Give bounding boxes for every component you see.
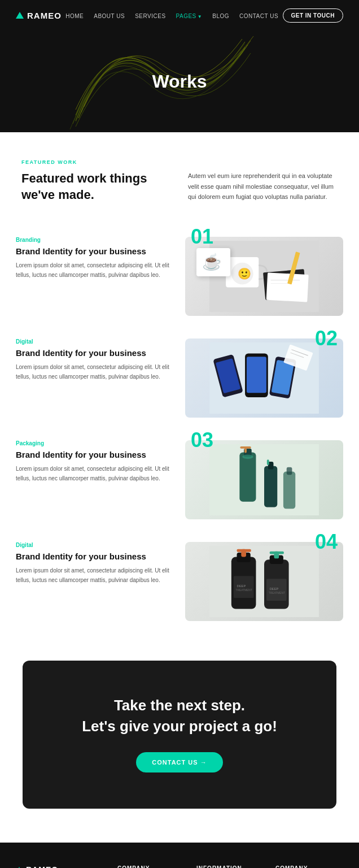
nav-links: HOME ABOUT US SERVICES PAGES▼ BLOG CONTA… (65, 10, 278, 20)
nav-item-contact[interactable]: CONTACT US (239, 10, 278, 20)
svg-rect-29 (287, 467, 292, 475)
svg-rect-34 (237, 549, 251, 552)
svg-rect-28 (283, 472, 295, 509)
featured-label: FEATURED WORK (21, 159, 171, 165)
nav-item-home[interactable]: HOME (65, 10, 84, 20)
work-item-4: 04 (0, 531, 359, 632)
work-category-3: Packaging (16, 440, 174, 446)
svg-text:DEEP: DEEP (270, 587, 279, 591)
footer-col-company-title: COMPANY (117, 865, 185, 868)
svg-rect-13 (247, 357, 266, 393)
footer-brand: RAMEO Lorem ipsum dolor sit amet, consec… (16, 865, 106, 868)
work-image-1: 01 🙂 (185, 237, 343, 316)
work-desc-2: Lorem ipsum dolor sit amet, consectetur … (16, 362, 174, 381)
work-category-1: Branding (16, 237, 174, 243)
svg-text:TREATMENT: TREATMENT (269, 592, 285, 594)
featured-left: FEATURED WORK Featured work things we've… (21, 159, 171, 203)
svg-rect-20 (239, 453, 256, 502)
work-number-1: 01 (191, 227, 213, 247)
work-text-wrap-4: Digital Brand Identity for your business… (16, 542, 174, 585)
footer-col-company: COMPANY About Us Services Works Informat… (117, 865, 185, 868)
nav-item-services[interactable]: SERVICES (135, 10, 165, 20)
work-number-4: 04 (315, 532, 338, 552)
work-text-3: Packaging Brand Identity for your busine… (16, 440, 174, 483)
nav-item-blog[interactable]: BLOG (212, 10, 229, 20)
featured-section: FEATURED WORK Featured work things we've… (0, 132, 359, 220)
work-text-2: 02 (185, 338, 343, 418)
work-desc-1: Lorem ipsum dolor sit amet, consectetur … (16, 261, 174, 280)
featured-heading: Featured work things we've made. (21, 171, 171, 203)
logo-icon (16, 12, 24, 19)
contact-us-button[interactable]: CONTACT US → (136, 752, 222, 772)
svg-rect-38 (270, 552, 284, 554)
works-container: Branding Brand Identity for your busines… (0, 220, 359, 638)
work-text-4: 04 (185, 542, 343, 621)
cta-section: Take the next step. Let's give your proj… (23, 661, 336, 809)
work-img-2 (185, 338, 343, 418)
chevron-down-icon: ▼ (198, 14, 202, 19)
svg-text:🙂: 🙂 (238, 267, 252, 280)
work-text-wrap-2: Digital Brand Identity for your business… (16, 338, 174, 381)
logo[interactable]: RAMEO (16, 11, 62, 20)
footer-col-contact-title: COMPANY (275, 865, 343, 868)
footer-col-information-title: INFORMATION (196, 865, 264, 868)
svg-rect-25 (264, 466, 277, 507)
footer-col-information: INFORMATION Blog Contact Us Career Testi… (196, 865, 264, 868)
work-img-3 (185, 440, 343, 519)
work-category-2: Digital (16, 338, 174, 345)
work-title-4: Brand Identity for your business (16, 552, 174, 561)
work-title-2: Brand Identity for your business (16, 348, 174, 358)
footer-logo-text: RAMEO (26, 865, 58, 868)
logo-text: RAMEO (27, 11, 62, 20)
work-desc-3: Lorem ipsum dolor sit amet, consectetur … (16, 464, 174, 483)
footer-top: RAMEO Lorem ipsum dolor sit amet, consec… (16, 865, 343, 868)
work-title-3: Brand Identity for your business (16, 450, 174, 459)
work-text-1: Branding Brand Identity for your busines… (16, 237, 174, 280)
svg-rect-27 (267, 459, 269, 465)
footer-col-contact: COMPANY ✉ hello@rameo.website 📞 (02) 644… (275, 865, 343, 868)
nav-item-pages[interactable]: PAGES▼ (176, 10, 203, 20)
svg-point-22 (242, 455, 253, 459)
hero-section: Works (0, 31, 359, 132)
svg-text:DEEP: DEEP (237, 584, 246, 588)
work-image-3: 03 (185, 440, 343, 519)
svg-rect-24 (240, 446, 251, 449)
work-desc-4: Lorem ipsum dolor sit amet, consectetur … (16, 566, 174, 585)
cta-line2: Let's give your project a go! (40, 718, 319, 735)
work-image-2: 02 (185, 338, 343, 418)
work-title-1: Brand Identity for your business (16, 246, 174, 256)
work-item-2: 02 (0, 327, 359, 429)
work-item-3: Packaging Brand Identity for your busine… (0, 429, 359, 531)
nav-item-about[interactable]: ABOUT US (94, 10, 125, 20)
featured-description: Autem vel eum iure reprehenderit qui in … (188, 159, 338, 203)
work-category-4: Digital (16, 542, 174, 548)
svg-text:TREATMENT: TREATMENT (236, 589, 252, 592)
footer: RAMEO Lorem ipsum dolor sit amet, consec… (0, 843, 359, 868)
footer-logo: RAMEO (16, 865, 106, 868)
svg-rect-5 (266, 272, 309, 302)
work-image-wrap-3: 03 (185, 440, 343, 519)
work-image-wrap-1: 01 🙂 (185, 237, 343, 316)
work-image-4: 04 (185, 542, 343, 621)
cta-line1: Take the next step. (40, 697, 319, 714)
work-item-1: Branding Brand Identity for your busines… (0, 225, 359, 327)
hero-title: Works (152, 71, 207, 92)
work-number-3: 03 (191, 430, 213, 450)
work-number-2: 02 (315, 328, 338, 349)
get-in-touch-button[interactable]: GET IN TOUCH (283, 8, 343, 23)
work-img-1: 🙂 (185, 237, 343, 316)
navigation: RAMEO HOME ABOUT US SERVICES PAGES▼ BLOG… (0, 0, 359, 31)
work-img-4: DEEP TREATMENT DEEP TREATMENT (185, 542, 343, 621)
